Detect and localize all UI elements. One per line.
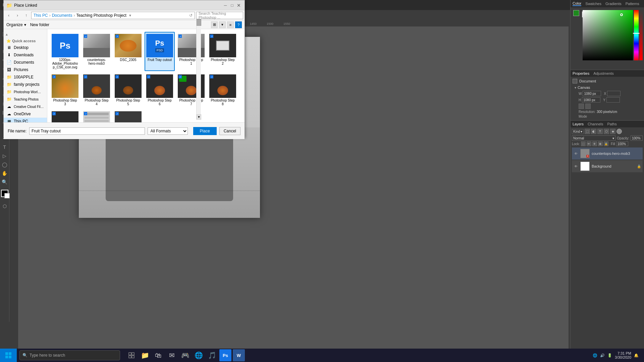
svg-rect-17 xyxy=(5,352,8,355)
file-item-selected[interactable]: Ps PSD Fruit Tray cutout xyxy=(145,32,175,71)
breadcrumb-documents[interactable]: Documents xyxy=(52,13,72,18)
file-thumbnail: ↗ xyxy=(115,74,142,98)
view-list-btn[interactable]: ▾ xyxy=(219,21,226,28)
nav-back-button[interactable]: ‹ xyxy=(5,12,12,19)
maximize-button[interactable]: □ xyxy=(229,2,235,8)
breadcrumb-project[interactable]: Teaching Photoshop Project xyxy=(76,13,126,18)
nav-up-button[interactable]: ↑ xyxy=(22,12,30,19)
dialog-action-buttons: Place Cancel xyxy=(193,127,240,135)
sidebar-item-onedrive[interactable]: ☁ OneDrive xyxy=(4,110,47,118)
sidebar-item-psworld[interactable]: 📁 Photoshop Worl… xyxy=(4,88,47,96)
sidebar-item-pictures[interactable]: 🖼 Pictures xyxy=(4,66,47,73)
search-box[interactable]: Search Teaching Photoshop ... xyxy=(196,12,243,19)
file-item[interactable]: ↗ Photoshop Step 8 xyxy=(208,72,238,108)
file-item[interactable]: ↗ countertops-hero-mob3 xyxy=(82,32,112,71)
dialog-overlay: 📁 Place Linked ─ □ ✕ ‹ › ↑ This PC › Doc… xyxy=(0,0,644,362)
cancel-button[interactable]: Cancel xyxy=(219,127,240,135)
dialog-main: ▲ ⭐ Quick access 🖥 Desktop ⬇ Downloads 📄… xyxy=(4,29,245,122)
search-placeholder: Type here to search xyxy=(30,353,65,358)
taskbar-mail[interactable]: ✉ xyxy=(166,349,178,361)
start-button[interactable] xyxy=(0,349,17,362)
taskbar-search[interactable]: 🔍 Type here to search xyxy=(19,350,120,360)
file-item[interactable]: ↗ DSC_2305 xyxy=(113,32,143,71)
svg-rect-19 xyxy=(5,356,8,358)
minimize-button[interactable]: ─ xyxy=(222,2,228,8)
taskbar-file-explorer[interactable]: 📁 xyxy=(139,349,151,361)
file-item[interactable]: ↗ Photoshop Step 2 xyxy=(208,32,238,71)
sidebar-item-creative-cloud[interactable]: ☁ Creative Cloud Fil… xyxy=(4,103,47,110)
sidebar-item-teaching[interactable]: 📁 Teaching Photos xyxy=(4,96,47,103)
sidebar-item-desktop[interactable]: 🖥 Desktop xyxy=(4,44,47,51)
filename-input[interactable] xyxy=(29,127,145,135)
file-name: Photoshop Step 4 xyxy=(84,99,110,106)
scroll-thumb[interactable] xyxy=(197,19,201,26)
breadcrumb-refresh[interactable]: ↺ xyxy=(189,13,193,18)
file-thumbnail: ↗ xyxy=(209,74,236,98)
network-icon: 🌐 xyxy=(593,353,597,358)
search-placeholder: Search Teaching Photoshop ... xyxy=(199,11,241,19)
file-name: countertops-hero-mob3 xyxy=(84,58,110,65)
taskbar-word[interactable]: W xyxy=(233,349,245,361)
scroll-down-btn[interactable]: ▼ xyxy=(197,114,201,120)
file-item[interactable]: ↗ Photoshop Step 7 xyxy=(176,72,206,108)
sidebar-item-thispc[interactable]: 💻 This PC xyxy=(4,118,47,122)
sidebar-item-downloads[interactable]: ⬇ Downloads xyxy=(4,51,47,59)
svg-rect-20 xyxy=(9,356,11,358)
sidebar-item-100apple[interactable]: 📁 100APPLE xyxy=(4,73,47,81)
cloud-icon: ☁ xyxy=(6,104,12,109)
breadcrumb-expand[interactable]: ▾ xyxy=(129,13,131,18)
svg-rect-23 xyxy=(129,356,131,358)
thispc-icon: 💻 xyxy=(6,119,12,122)
task-view-button[interactable] xyxy=(125,349,138,361)
file-item[interactable]: Ps 1200px-Adobe_Photoshop_CS6_icon.svg xyxy=(50,32,80,71)
file-item[interactable]: ↗ Photoshop Step 6 xyxy=(145,72,175,108)
new-folder-button[interactable]: New folder xyxy=(30,22,49,27)
taskbar-store[interactable]: 🛍 xyxy=(152,349,164,361)
documents-icon: 📄 xyxy=(6,60,12,65)
file-item[interactable]: ↗ Photoshop Step 3 xyxy=(50,72,80,108)
file-item[interactable]: ↗ Photoshop Step 9 xyxy=(50,109,80,122)
close-button[interactable]: ✕ xyxy=(236,2,242,8)
place-button[interactable]: Place xyxy=(193,127,217,135)
nav-forward-button[interactable]: › xyxy=(14,12,21,19)
svg-rect-22 xyxy=(132,353,134,355)
sidebar-item-family[interactable]: 📁 family projects xyxy=(4,81,47,88)
file-name: Photoshop Step 8 xyxy=(210,99,236,106)
action-center-icon[interactable]: 🔔 xyxy=(634,353,639,358)
organize-button[interactable]: Organize ▾ xyxy=(6,22,26,27)
dialog-icon: 📁 xyxy=(6,3,12,8)
dialog-address-bar: ‹ › ↑ This PC › Documents › Teaching Pho… xyxy=(4,10,245,20)
file-thumbnail: ↗ xyxy=(83,74,110,98)
dialog-toolbar: Organize ▾ New folder ⊞ ▾ ≡ ? xyxy=(4,20,245,29)
sidebar-scroll-up[interactable]: ▲ xyxy=(5,33,8,36)
file-thumbnail: Ps PSD xyxy=(146,34,173,57)
taskbar-photoshop[interactable]: Ps xyxy=(219,349,231,361)
dialog-title: Place Linked xyxy=(14,3,222,8)
svg-rect-24 xyxy=(132,356,134,358)
file-item[interactable]: ↗ Photoshop Step 1 xyxy=(176,32,206,71)
file-item[interactable]: ↗ … xyxy=(113,109,143,122)
taskbar-edge[interactable]: 🌐 xyxy=(193,349,205,361)
pictures-icon: 🖼 xyxy=(6,67,12,72)
file-item[interactable]: ↗ Photoshop Step 5 xyxy=(113,72,143,108)
file-item[interactable]: ↗ Photoshop Step 4 xyxy=(82,72,112,108)
file-item[interactable]: ↗ Photoshop Step 10 xyxy=(82,109,112,122)
file-thumbnail: ↗ xyxy=(52,111,78,122)
breadcrumb-pc[interactable]: This PC xyxy=(34,13,48,18)
sidebar-item-documents[interactable]: 📄 Documents xyxy=(4,59,47,66)
file-name: Fruit Tray cutout xyxy=(148,58,172,62)
view-details-btn[interactable]: ≡ xyxy=(227,21,234,28)
file-name: Photoshop Step 3 xyxy=(52,99,78,106)
svg-rect-18 xyxy=(9,352,11,355)
taskbar-music[interactable]: 🎵 xyxy=(206,349,218,361)
scroll-track: ▼ xyxy=(196,19,201,120)
help-btn[interactable]: ? xyxy=(235,21,242,28)
system-clock[interactable]: 7:31 PM 3/30/2020 xyxy=(615,351,631,359)
format-select[interactable]: All Formats JPEG PNG PSD xyxy=(148,127,188,135)
file-thumbnail: ↗ xyxy=(83,111,110,122)
taskbar-xbox[interactable]: 🎮 xyxy=(179,349,191,361)
dialog-sidebar: ▲ ⭐ Quick access 🖥 Desktop ⬇ Downloads 📄… xyxy=(4,29,47,122)
file-thumbnail: ↗ xyxy=(83,34,110,57)
breadcrumb[interactable]: This PC › Documents › Teaching Photoshop… xyxy=(31,12,195,19)
view-toggle-btn[interactable]: ⊞ xyxy=(211,21,218,28)
